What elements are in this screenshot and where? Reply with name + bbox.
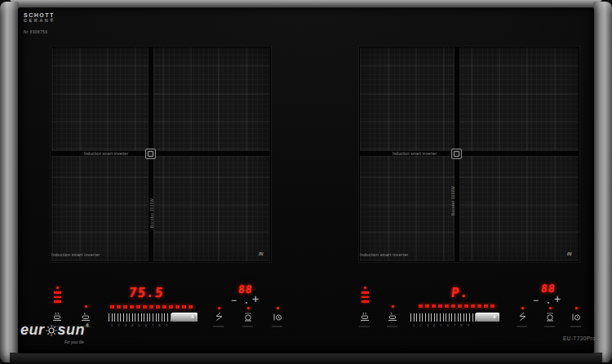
timer-key[interactable] [570, 309, 583, 327]
sun-icon [46, 325, 57, 336]
glass-brand-line1: SCHOTT [24, 12, 55, 18]
heat-level-indicator [52, 286, 62, 303]
inverter-badge-icon [145, 149, 156, 159]
slider-knob [191, 315, 196, 320]
keep-warm-key[interactable] [242, 309, 255, 327]
glass-brand-line2: CERAN® [24, 18, 55, 23]
plusminus-led [246, 302, 247, 304]
booster-label: Booster 3000W [451, 170, 455, 215]
metal-trim-right [593, 2, 612, 362]
cooking-zone-right: Induction smart inverter Booster 3000W [359, 47, 579, 262]
temperature-display: 75.5 [128, 285, 165, 300]
eurosun-logo: eur sun ® [20, 322, 89, 339]
slider-handle[interactable] [476, 313, 499, 322]
logo-registered-mark: ® [86, 323, 89, 328]
glass-brand: SCHOTT CERAN® [24, 12, 55, 23]
zone-bottom-label: Induction smart inverter [360, 252, 408, 257]
metal-trim-left [0, 2, 19, 362]
zone-inline-label: Induction smart inverter [84, 152, 146, 156]
key-caption [359, 326, 370, 327]
logo-text-suffix: sun [58, 322, 86, 339]
pot-steam-icon [360, 312, 370, 322]
zone-bottom-tag: IN [259, 251, 264, 256]
cooking-zone-left: Induction smart inverter Booster 3000W [51, 47, 271, 262]
key-led [392, 305, 394, 308]
keep-warm-icon [243, 312, 253, 322]
key-caption [544, 326, 555, 327]
heat-level-indicator [360, 286, 370, 303]
key-caption [272, 326, 282, 327]
logo-text-prefix: eur [20, 322, 45, 339]
power-key[interactable] [358, 309, 371, 327]
pot-steam-icon [52, 312, 62, 322]
slider-handle[interactable] [171, 313, 197, 322]
pot-steam-icon [388, 312, 397, 322]
boost-icon [517, 312, 527, 322]
zone-inline-label: Induction smart inverter [392, 152, 455, 156]
logo-tagline: For your life [64, 340, 84, 344]
keep-warm-key[interactable] [543, 309, 557, 327]
power-display: P. [450, 285, 470, 300]
plus-key[interactable]: + [554, 292, 561, 305]
slider-scale: 1 2 3 4 5 6 7 8 9 [111, 323, 167, 327]
plusminus-led [548, 302, 549, 304]
induction-cooktop: SCHOTT CERAN® Nr 8908756 Induction smart… [0, 0, 612, 364]
zone-bottom-tag: IN [567, 251, 572, 256]
plus-key[interactable]: + [252, 292, 259, 305]
booster-label: Booster 3000W [150, 182, 154, 228]
boost-key[interactable] [516, 309, 529, 327]
boost-key[interactable] [212, 309, 225, 327]
key-led [85, 305, 87, 308]
power-level-strip [419, 304, 496, 308]
zone-bottom-label: Induction smart inverter [51, 252, 100, 257]
bottom-edge-shadow [10, 353, 602, 364]
lock-key[interactable] [386, 309, 399, 327]
serial-number: Nr 8908756 [24, 30, 48, 34]
key-caption [213, 326, 224, 327]
minus-key[interactable]: − [231, 295, 237, 306]
timer-display: 88 [237, 283, 253, 295]
key-caption [242, 326, 253, 327]
keep-warm-icon [545, 312, 555, 322]
key-caption [570, 326, 581, 327]
key-caption [387, 326, 397, 327]
power-level-strip [110, 305, 193, 309]
minus-key[interactable]: − [533, 295, 539, 306]
slider-knob [493, 315, 498, 320]
boost-icon [214, 312, 224, 322]
slider-scale: 1 2 3 4 5 6 7 8 9 [413, 323, 469, 327]
timer-icon [273, 312, 282, 322]
key-caption [517, 326, 527, 327]
inverter-badge-icon [451, 149, 462, 159]
model-label: EU-T730Pro [539, 335, 596, 341]
pot-steam-icon [81, 312, 91, 322]
timer-icon [571, 312, 581, 322]
timer-key[interactable] [271, 309, 284, 327]
